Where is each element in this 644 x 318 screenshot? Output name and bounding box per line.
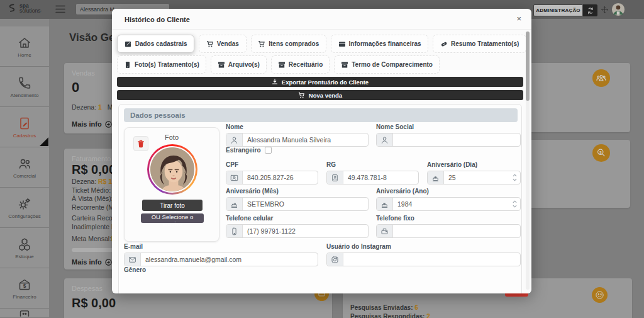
field-cpf: CPF (226, 161, 318, 185)
spinner-down-icon (513, 205, 517, 208)
billing-card-icon (338, 40, 346, 48)
download-icon (272, 79, 278, 85)
field-aniversario-mes: Aniversário (Mês) (226, 188, 369, 211)
personal-data-panel: Dados pessoais Foto (118, 104, 522, 293)
number-spinner[interactable] (513, 200, 517, 208)
client-photo-ring (147, 144, 197, 195)
client-photo-image (150, 147, 196, 193)
tab-dados-cadastrais[interactable]: Dados cadastrais (117, 35, 194, 53)
field-nome-social: Nome Social (376, 123, 521, 147)
spinner-down-icon (513, 178, 517, 181)
estrangeiro-checkbox[interactable] (265, 147, 272, 154)
person-icon (226, 133, 243, 146)
cart-icon (206, 40, 214, 48)
number-spinner[interactable] (513, 174, 517, 181)
tab-vendas[interactable]: Vendas (199, 35, 246, 53)
new-sale-button[interactable]: Nova venda (117, 90, 523, 100)
fax-phone-icon (377, 225, 393, 237)
field-estrangeiro: Estrangeiro (226, 147, 272, 154)
section-header: Dados pessoais (124, 108, 518, 122)
aniversario-mes-input[interactable] (243, 198, 368, 210)
cart-icon (298, 92, 305, 99)
cake-icon (377, 198, 393, 210)
field-nome: Nome (226, 123, 369, 147)
field-telefone-celular: Telefone celular (226, 215, 369, 238)
nome-social-input[interactable] (393, 133, 520, 146)
export-record-button[interactable]: Exportar Prontuário do Cliente (117, 77, 523, 87)
cpf-input[interactable] (243, 171, 318, 184)
cake-icon (428, 171, 444, 184)
delete-photo-button[interactable] (133, 136, 148, 151)
trash-icon (136, 139, 146, 149)
spinner-up-icon (513, 174, 517, 177)
tab-fotos-tratamentos[interactable]: Foto(s) Tratamento(s) (117, 55, 206, 74)
rg-input[interactable] (343, 171, 418, 184)
client-history-modal: Histórico do Cliente × Dados cadastrais … (112, 9, 531, 293)
field-genero: Gênero (124, 266, 146, 276)
tab-receituario[interactable]: Receituário (271, 55, 330, 74)
tab-termo-comparecimento[interactable]: Termo de Comparecimento (334, 55, 440, 74)
aniversario-ano-input[interactable] (393, 198, 520, 210)
modal-close-button[interactable]: × (516, 14, 521, 23)
field-instagram: Usuário do Instagram (326, 243, 521, 266)
id-card-icon (226, 171, 243, 184)
client-photo (149, 146, 196, 193)
aniversario-dia-input[interactable] (444, 171, 520, 184)
mobile-phone-icon (226, 225, 243, 237)
modal-tabs-row2: Foto(s) Tratamento(s) Arquivo(s) Receitu… (117, 55, 526, 74)
select-file-button[interactable]: OU Selecione o arquivo (141, 213, 204, 223)
modal-tabs-row1: Dados cadastrais Vendas Itens comprados … (117, 35, 526, 53)
modal-scrollbar-track[interactable] (526, 31, 530, 290)
treatment-icon (440, 40, 448, 48)
field-aniversario-ano: Aniversário (Ano) (376, 188, 521, 211)
cake-icon (226, 198, 243, 210)
modal-title: Histórico do Cliente (125, 16, 190, 23)
attendance-box-icon (341, 61, 348, 69)
person-icon (377, 133, 393, 146)
field-email: E-mail (124, 243, 318, 266)
take-photo-button[interactable]: Tirar foto (142, 200, 203, 211)
modal-header: Histórico do Cliente × (112, 9, 531, 30)
field-rg: RG (326, 161, 419, 185)
tab-itens-comprados[interactable]: Itens comprados (251, 35, 326, 53)
instagram-icon (327, 253, 343, 266)
edit-icon (125, 40, 132, 48)
field-aniversario-dia: Aniversário (Dia) (427, 161, 521, 185)
tab-resumo-tratamentos[interactable]: Resumo Tratamento(s) (433, 35, 526, 53)
email-input[interactable] (141, 253, 318, 266)
field-telefone-fixo: Telefone fixo (376, 215, 521, 238)
app-root: spa solutions· ADMINISTRAÇÃO Home Atendi… (0, 0, 644, 318)
archive-icon (218, 61, 225, 69)
telefone-fixo-input[interactable] (393, 225, 520, 237)
spinner-up-icon (513, 200, 517, 203)
photo-card: Foto (124, 127, 219, 242)
photo-phone-icon (124, 61, 131, 69)
id-badge-icon (327, 171, 343, 184)
telefone-celular-input[interactable] (243, 225, 368, 237)
tab-informacoes-financeiras[interactable]: Informações financeiras (331, 35, 428, 53)
instagram-input[interactable] (343, 253, 520, 266)
basket-icon (258, 40, 265, 48)
modal-scrollbar-thumb[interactable] (526, 31, 530, 101)
nome-input[interactable] (243, 133, 368, 146)
tab-arquivos[interactable]: Arquivo(s) (211, 55, 267, 74)
envelope-icon (125, 253, 141, 266)
prescription-box-icon (278, 61, 286, 69)
